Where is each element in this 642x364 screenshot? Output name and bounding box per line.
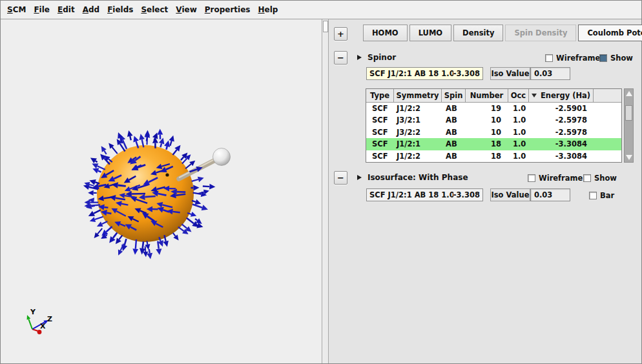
orbital-row[interactable]: SCFJ3/2:2AB101.0-2.5978 [366,126,621,138]
scroll-down-icon[interactable] [626,155,632,160]
cell: 1.0 [508,150,529,162]
cell: SCF [366,114,394,126]
cell: J1/2:2 [394,150,442,162]
checkbox-icon[interactable] [528,174,535,182]
collapse-isosurface-button[interactable]: − [334,171,347,185]
menu-fields[interactable]: Fields [104,3,136,16]
orbital-energy: -3.308 [453,190,480,199]
spinor-show-checkbox[interactable]: Show [599,53,633,63]
wireframe-label: Wireframe [539,174,583,183]
menu-help[interactable]: Help [255,3,282,16]
bar-label: Bar [600,191,614,200]
cell: J3/2:2 [394,126,442,138]
cell: J1/2:2 [394,103,442,114]
column-header-type[interactable]: Type [366,89,394,102]
cell: AB [442,103,466,114]
cell: SCF [366,103,394,114]
spinor-orbital-field[interactable]: SCF J1/2:1 AB 18 1.0 -3.308 [366,67,483,80]
cell [594,138,621,150]
checkbox-icon[interactable] [589,192,597,199]
orbital-row[interactable]: SCFJ1/2:1AB181.0-3.3084 [366,138,621,150]
axis-triad: Y Z X [27,308,52,334]
column-header-occ[interactable]: Occ [508,89,529,102]
cell: -3.3084 [529,138,594,150]
spinor-disclosure-icon[interactable] [357,55,362,60]
hydrogen-atom[interactable] [213,148,231,166]
table-scrollbar[interactable] [624,88,634,163]
cell: SCF [366,126,394,138]
cell [594,103,621,114]
scroll-up-icon[interactable] [626,91,632,96]
checkbox-icon[interactable] [545,54,553,62]
spinor-section-title: Spinor [368,52,396,63]
main-content: Y Z X + HOMOLUMODensitySpin DensityCoulo… [1,19,641,363]
cell: 1.0 [508,103,529,114]
isosurface-wireframe-checkbox[interactable]: Wireframe [528,173,583,183]
show-label: Show [610,54,633,63]
tab-homo[interactable]: HOMO [363,25,408,41]
molecule-scene: Y Z X [1,19,322,363]
axis-label-y: Y [30,308,36,316]
cell: -2.5901 [529,103,594,114]
panel-scrollbar[interactable] [322,19,329,363]
menu-select[interactable]: Select [138,3,171,16]
nucleus-dot [165,173,169,176]
table-scrollbar-thumb[interactable] [625,105,632,121]
tab-coulomb-potential[interactable]: Coulomb Potential [578,25,642,41]
checkbox-icon[interactable] [583,174,591,182]
cell: 19 [466,103,508,114]
cell: AB [442,126,466,138]
show-label: Show [594,174,617,183]
axis-label-x: X [40,322,46,330]
isosurface-disclosure-icon[interactable] [357,175,362,180]
3d-viewport[interactable]: Y Z X [1,19,322,363]
isosurface-bar-checkbox[interactable]: Bar [589,190,614,200]
tab-density[interactable]: Density [453,25,503,41]
adfview-window: SCMFileEditAddFieldsSelectViewProperties… [0,0,642,364]
orbital-energy: -3.308 [453,69,480,78]
isosurface-isovalue-input[interactable]: 0.03 [530,188,570,201]
panel-scrollbar-thumb[interactable] [323,21,328,32]
column-header-symmetry[interactable]: Symmetry [394,89,442,102]
orbital-table[interactable]: TypeSymmetrySpinNumberOccEnergy (Ha)SCFJ… [366,88,622,163]
cell: SCF [366,138,394,150]
menu-bar: SCMFileEditAddFieldsSelectViewProperties… [1,1,641,19]
cell: 18 [466,138,508,150]
orbital-name: SCF J1/2:1 AB 18 1.0 [369,69,453,78]
table-header: TypeSymmetrySpinNumberOccEnergy (Ha) [366,89,621,103]
spinor-wireframe-checkbox[interactable]: Wireframe [545,53,600,63]
menu-edit[interactable]: Edit [54,3,78,16]
x-axis-dot [37,330,42,334]
orbital-row[interactable]: SCFJ1/2:2AB191.0-2.5901 [366,103,621,114]
wireframe-label: Wireframe [556,54,600,63]
column-header-number[interactable]: Number [466,89,508,102]
add-field-button[interactable]: + [334,27,347,41]
orbital-row[interactable]: SCFJ3/2:1AB101.0-2.5978 [366,114,621,126]
menu-scm[interactable]: SCM [4,3,29,16]
checkbox-icon[interactable] [599,54,607,62]
cell: AB [442,150,466,162]
cell: AB [442,138,466,150]
spinor-isovalue-input[interactable]: 0.03 [530,67,570,80]
cell: J1/2:1 [394,138,442,150]
column-header-energy-ha-[interactable]: Energy (Ha) [529,89,594,102]
cell [594,126,621,138]
cell: SCF [366,150,394,162]
tab-lumo[interactable]: LUMO [409,25,451,41]
menu-view[interactable]: View [172,3,200,16]
menu-properties[interactable]: Properties [202,3,254,16]
cell: -2.5978 [529,126,594,138]
isosurface-orbital-field[interactable]: SCF J1/2:1 AB 18 1.0 -3.308 [366,188,483,201]
spinor-isovalue-label: Iso Value [490,67,530,80]
orbital-row[interactable]: SCFJ1/2:2AB181.0-3.3084 [366,150,621,162]
cell: 10 [466,114,508,126]
column-header-spin[interactable]: Spin [442,89,466,102]
cell: 1.0 [508,114,529,126]
collapse-spinor-button[interactable]: − [334,51,347,65]
menu-file[interactable]: File [30,3,53,16]
menu-add[interactable]: Add [79,3,103,16]
cell: 1.0 [508,138,529,150]
cell: J3/2:1 [394,114,442,126]
isosurface-show-checkbox[interactable]: Show [583,173,617,183]
isosurface-section-title: Isosurface: With Phase [368,172,468,183]
